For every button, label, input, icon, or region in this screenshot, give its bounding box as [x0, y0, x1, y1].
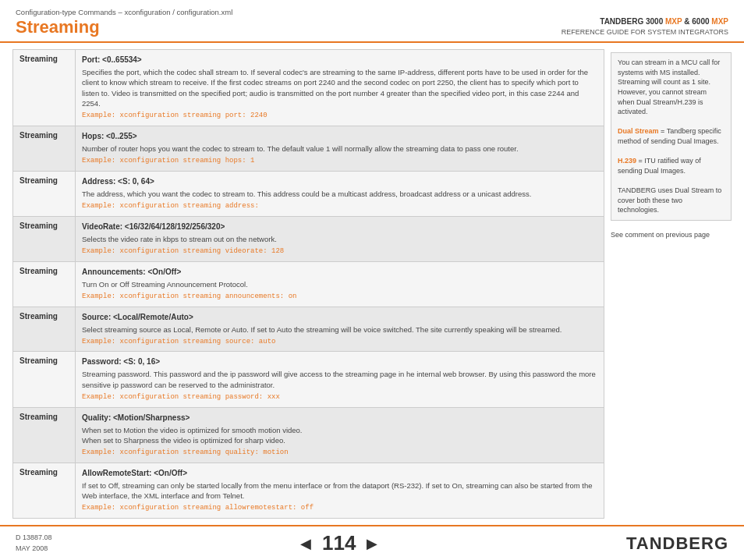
row-label: Streaming	[13, 352, 76, 406]
page-title: Streaming	[16, 18, 232, 37]
row-label: Streaming	[13, 126, 76, 171]
cmd-example: Example: xconfiguration streaming hops: …	[82, 156, 597, 166]
cmd-title: Hops: <0..255>	[82, 131, 597, 142]
cmd-description: Selects the video rate in kbps to stream…	[82, 234, 597, 244]
row-content: Port: <0..65534>Specifies the port, whic…	[76, 50, 604, 126]
cmd-description: If set to Off, streaming can only be sta…	[82, 480, 597, 502]
table-row: StreamingAddress: <S: 0, 64>The address,…	[12, 171, 604, 216]
dual-stream-label: Dual Stream	[618, 127, 659, 135]
sidebar: You can stream in a MCU call for systems…	[611, 49, 732, 519]
brand-line: TANDBERG 3000 MXP & 6000 MXP	[562, 16, 728, 27]
mxp2: MXP	[711, 17, 728, 26]
cmd-example: Example: xconfiguration streaming addres…	[82, 201, 597, 211]
header: Configuration-type Commands – xconfigura…	[0, 0, 744, 43]
header-left: Configuration-type Commands – xconfigura…	[16, 8, 232, 37]
cmd-description: The address, which you want the codec to…	[82, 189, 597, 199]
row-label: Streaming	[13, 172, 76, 216]
table-row: StreamingQuality: <Motion/Sharpness>When…	[12, 407, 604, 463]
cmd-title: Announcements: <On/Off>	[82, 267, 597, 278]
sidebar-see-comment: See comment on previous page	[611, 227, 732, 243]
content-area: StreamingPort: <0..65534>Specifies the p…	[0, 43, 744, 525]
cmd-example: Example: xconfiguration streaming allowr…	[82, 503, 597, 513]
page-number: 114	[322, 531, 356, 555]
doc-number: D 13887.08	[16, 533, 52, 544]
row-content: Quality: <Motion/Sharpness>When set to M…	[76, 408, 604, 463]
footer-doc-info: D 13887.08 MAY 2008	[16, 533, 52, 554]
row-label: Streaming	[13, 408, 76, 463]
breadcrumb: Configuration-type Commands – xconfigura…	[16, 8, 232, 16]
row-label: Streaming	[13, 262, 76, 307]
mxp1: MXP	[665, 17, 682, 26]
footer-brand: TANDBERG	[626, 533, 728, 554]
sidebar-note-text4: TANDBERG uses Dual Stream to cover both …	[618, 186, 721, 214]
cmd-description: Turn On or Off Streaming Announcement Pr…	[82, 279, 597, 289]
cmd-example: Example: xconfiguration streaming port: …	[82, 111, 597, 121]
cmd-example: Example: xconfiguration streaming passwo…	[82, 392, 597, 402]
row-label: Streaming	[13, 463, 76, 518]
row-content: Announcements: <On/Off>Turn On or Off St…	[76, 262, 604, 307]
cmd-description: Streaming password. This password and th…	[82, 369, 597, 390]
page: Configuration-type Commands – xconfigura…	[0, 0, 744, 560]
table-row: StreamingHops: <0..255>Number of router …	[12, 126, 604, 171]
cmd-title: VideoRate: <16/32/64/128/192/256/320>	[82, 222, 597, 232]
table-row: StreamingAnnouncements: <On/Off>Turn On …	[12, 261, 604, 307]
cmd-description: Select streaming source as Local, Remote…	[82, 324, 597, 335]
cmd-title: Password: <S: 0, 16>	[82, 356, 597, 367]
row-content: AllowRemoteStart: <On/Off>If set to Off,…	[76, 463, 604, 518]
row-content: Password: <S: 0, 16>Streaming password. …	[76, 352, 604, 406]
sidebar-note-text1: You can stream in a MCU call for systems…	[618, 58, 720, 115]
cmd-example: Example: xconfiguration streaming announ…	[82, 292, 597, 302]
cmd-description: Number of router hops you want the codec…	[82, 144, 597, 154]
doc-date: MAY 2008	[16, 544, 52, 555]
row-content: Source: <Local/Remote/Auto>Select stream…	[76, 307, 604, 352]
table-row: StreamingPassword: <S: 0, 16>Streaming p…	[12, 351, 604, 406]
cmd-title: Address: <S: 0, 64>	[82, 176, 597, 187]
cmd-description: When set to Motion the video is optimize…	[82, 425, 597, 446]
table-row: StreamingVideoRate: <16/32/64/128/192/25…	[12, 216, 604, 261]
next-page-button[interactable]: ▶	[367, 535, 377, 552]
header-right: TANDBERG 3000 MXP & 6000 MXP REFERENCE G…	[562, 16, 728, 37]
row-content: Hops: <0..255>Number of router hops you …	[76, 126, 604, 171]
cmd-title: Quality: <Motion/Sharpness>	[82, 413, 597, 424]
table-row: StreamingSource: <Local/Remote/Auto>Sele…	[12, 307, 604, 352]
cmd-title: Port: <0..65534>	[82, 55, 597, 66]
brand-text: TANDBERG	[626, 533, 728, 553]
prev-page-button[interactable]: ◀	[300, 535, 311, 552]
row-label: Streaming	[13, 217, 76, 261]
cmd-description: Specifies the port, which the codec shal…	[82, 67, 597, 108]
row-content: Address: <S: 0, 64>The address, which yo…	[76, 172, 604, 216]
sidebar-note-main: You can stream in a MCU call for systems…	[611, 52, 732, 221]
cmd-example: Example: xconfiguration streaming videor…	[82, 246, 597, 257]
row-label: Streaming	[13, 307, 76, 352]
row-content: VideoRate: <16/32/64/128/192/256/320>Sel…	[76, 217, 604, 261]
table-row: StreamingPort: <0..65534>Specifies the p…	[12, 49, 604, 126]
cmd-example: Example: xconfiguration streaming source…	[82, 337, 597, 347]
footer-nav: ◀ 114 ▶	[300, 531, 377, 555]
main-table: StreamingPort: <0..65534>Specifies the p…	[12, 49, 604, 519]
table-row: StreamingAllowRemoteStart: <On/Off>If se…	[12, 463, 604, 519]
brand-subtitle: REFERENCE GUIDE FOR SYSTEM INTEGRATORS	[562, 27, 728, 37]
cmd-example: Example: xconfiguration streaming qualit…	[82, 448, 597, 458]
row-label: Streaming	[13, 50, 76, 126]
cmd-title: AllowRemoteStart: <On/Off>	[82, 468, 597, 479]
h239-label: H.239	[618, 157, 636, 165]
footer: D 13887.08 MAY 2008 ◀ 114 ▶ TANDBERG	[0, 525, 744, 560]
cmd-title: Source: <Local/Remote/Auto>	[82, 312, 597, 323]
